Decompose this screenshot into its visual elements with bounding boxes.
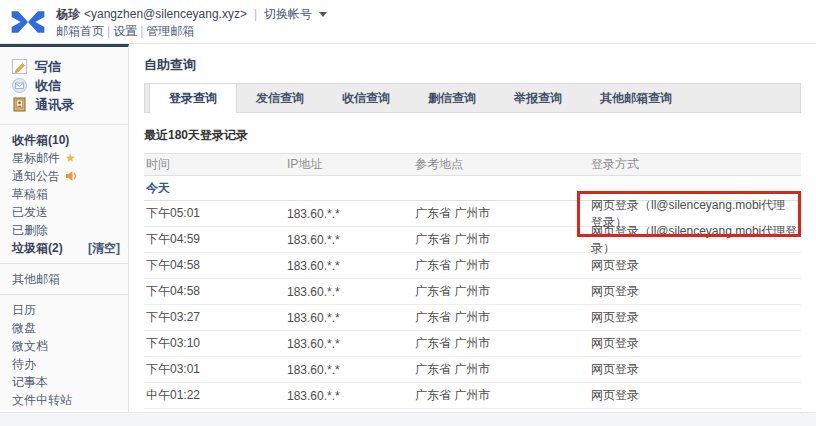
cell-method: 网页登录 [591, 257, 801, 274]
nav-link-manage-mailbox[interactable]: 管理邮箱 [146, 23, 194, 39]
mail-app: 杨珍<yangzhen@silenceyang.xyz> | 切换帐号 邮箱首页… [0, 0, 816, 426]
folder-label: 已删除 [12, 222, 48, 239]
cell-location: 广东省 广州市 [415, 387, 591, 404]
tab-login-query[interactable]: 登录查询 [149, 84, 237, 113]
cell-method: 网页登录 [591, 283, 801, 300]
column-header-time: 时间 [144, 156, 287, 173]
app-notes[interactable]: 记事本 [12, 373, 120, 391]
login-records-table: 时间 IP地址 参考地点 登录方式 今天 下午05:01 183.60.*.* … [144, 153, 801, 426]
cell-ip: 183.60.*.* [287, 207, 415, 221]
empty-trash-link[interactable]: [清空] [88, 240, 120, 257]
app-todo[interactable]: 待办 [12, 355, 120, 373]
tab-report-query[interactable]: 举报查询 [495, 84, 581, 112]
folder-trash[interactable]: 垃圾箱(2) [清空] [12, 239, 120, 257]
folder-sent[interactable]: 已发送 [12, 203, 120, 221]
cell-ip: 183.60.*.* [287, 337, 415, 351]
cell-location: 广东省 广州市 [415, 335, 591, 352]
switch-account-link[interactable]: 切换帐号 [264, 6, 312, 22]
cell-location: 广东省 广州市 [415, 231, 591, 248]
table-row: 中午01:22 183.60.*.* 广东省 广州市 网页登录 [144, 383, 801, 409]
sidebar-item-contacts[interactable]: 通讯录 [12, 95, 128, 114]
column-header-method: 登录方式 [591, 156, 801, 173]
cell-method: 网页登录 [591, 309, 801, 326]
table-row: 下午03:01 183.60.*.* 广东省 广州市 网页登录 [144, 357, 801, 383]
folder-label: 草稿箱 [12, 186, 48, 203]
sidebar-divider [0, 294, 128, 295]
folder-label: 垃圾箱(2) [12, 240, 63, 257]
main-content: 自助查询 登录查询 发信查询 收信查询 删信查询 举报查询 其他邮箱查询 最近1… [129, 44, 816, 412]
separator: | [104, 23, 113, 39]
cell-time: 下午03:27 [144, 309, 287, 326]
app-micro-disk[interactable]: 微盘 [12, 319, 120, 337]
cell-method: 网页登录 [591, 387, 801, 404]
cell-time: 下午04:58 [144, 257, 287, 274]
other-mailbox[interactable]: 其他邮箱 [12, 270, 120, 288]
app-calendar[interactable]: 日历 [12, 301, 120, 319]
table-row: 下午03:27 183.60.*.* 广东省 广州市 网页登录 [144, 305, 801, 331]
section-title: 最近180天登录记录 [144, 127, 801, 144]
compose-icon [12, 59, 27, 74]
cell-method: 网页登录（ll@silenceyang.mobi代理登录） [591, 196, 801, 232]
separator: | [251, 6, 260, 22]
sidebar-item-receive[interactable]: 收信 [12, 76, 128, 95]
app-label: 日历 [12, 302, 36, 319]
folder-deleted[interactable]: 已删除 [12, 221, 120, 239]
tab-send-query[interactable]: 发信查询 [237, 84, 323, 112]
cell-time: 中午01:22 [144, 387, 287, 404]
app-label: 微文档 [12, 338, 48, 355]
app-micro-doc[interactable]: 微文档 [12, 337, 120, 355]
app-label: 微盘 [12, 320, 36, 337]
nav-link-settings[interactable]: 设置 [113, 23, 137, 39]
query-tabs: 登录查询 发信查询 收信查询 删信查询 举报查询 其他邮箱查询 [144, 83, 801, 113]
cell-ip: 183.60.*.* [287, 311, 415, 325]
cell-location: 广东省 广州市 [415, 205, 591, 222]
cell-ip: 183.60.*.* [287, 389, 415, 403]
chevron-down-icon [319, 12, 327, 17]
account-name: 杨珍 [56, 6, 80, 22]
folder-starred[interactable]: 星标邮件 ★ [12, 149, 120, 167]
receive-mail-icon [12, 78, 27, 93]
speaker-icon [65, 170, 78, 182]
table-header-row: 时间 IP地址 参考地点 登录方式 [144, 153, 801, 176]
column-header-location: 参考地点 [415, 156, 591, 173]
sidebar: 写信 收信 通讯录 [0, 44, 129, 412]
cell-location: 广东省 广州市 [415, 309, 591, 326]
table-row: 下午05:01 183.60.*.* 广东省 广州市 网页登录（ll@silen… [144, 201, 801, 227]
cell-ip: 183.60.*.* [287, 233, 415, 247]
folder-label: 通知公告 [12, 168, 60, 185]
nav-link-mail-home[interactable]: 邮箱首页 [56, 23, 104, 39]
cell-time: 下午03:01 [144, 361, 287, 378]
sidebar-item-label: 收信 [35, 77, 61, 95]
cell-location: 广东省 广州市 [415, 283, 591, 300]
account-email: <yangzhen@silenceyang.xyz> [84, 6, 247, 22]
app-label: 记事本 [12, 374, 48, 391]
footer-strip [0, 412, 816, 426]
header: 杨珍<yangzhen@silenceyang.xyz> | 切换帐号 邮箱首页… [0, 0, 816, 44]
highlight-box: 网页登录（ll@silenceyang.mobi代理登录） [577, 191, 801, 237]
table-row: 下午03:10 183.60.*.* 广东省 广州市 网页登录 [144, 331, 801, 357]
tab-receive-query[interactable]: 收信查询 [323, 84, 409, 112]
sidebar-item-compose[interactable]: 写信 [12, 57, 128, 76]
cell-location: 广东省 广州市 [415, 361, 591, 378]
mail-logo-icon[interactable] [10, 8, 46, 36]
account-block: 杨珍<yangzhen@silenceyang.xyz> | 切换帐号 邮箱首页… [56, 6, 327, 39]
cell-location: 广东省 广州市 [415, 257, 591, 274]
sidebar-item-label: 通讯录 [35, 96, 74, 114]
contacts-icon [12, 97, 27, 112]
folder-inbox[interactable]: 收件箱(10) [12, 131, 120, 149]
cell-method: 网页登录 [591, 335, 801, 352]
folder-announcements[interactable]: 通知公告 [12, 167, 120, 185]
app-label: 待办 [12, 356, 36, 373]
tab-other-mailbox-query[interactable]: 其他邮箱查询 [581, 84, 691, 112]
cell-time: 下午04:59 [144, 231, 287, 248]
folder-label: 收件箱(10) [12, 132, 69, 149]
app-file-transfer[interactable]: 文件中转站 [12, 391, 120, 409]
cell-ip: 183.60.*.* [287, 363, 415, 377]
folder-drafts[interactable]: 草稿箱 [12, 185, 120, 203]
column-header-ip: IP地址 [287, 156, 415, 173]
cell-method: 网页登录 [591, 361, 801, 378]
cell-time: 下午03:10 [144, 335, 287, 352]
sidebar-item-label: 写信 [35, 58, 61, 76]
tab-delete-query[interactable]: 删信查询 [409, 84, 495, 112]
page-title: 自助查询 [144, 56, 801, 74]
